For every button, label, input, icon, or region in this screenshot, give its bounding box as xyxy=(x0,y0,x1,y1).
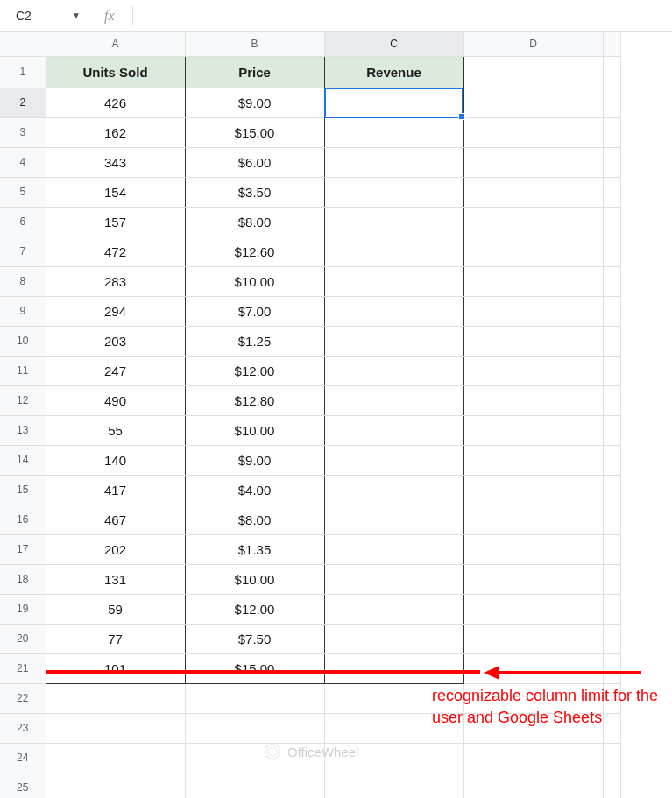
cell[interactable] xyxy=(463,415,603,445)
cell[interactable] xyxy=(46,773,185,798)
cell[interactable] xyxy=(324,534,463,564)
cell[interactable] xyxy=(603,266,620,296)
row-header[interactable]: 16 xyxy=(0,505,46,534)
cell[interactable] xyxy=(463,237,603,266)
cell[interactable] xyxy=(463,505,603,534)
cell[interactable] xyxy=(324,356,463,385)
cell[interactable]: 59 xyxy=(46,594,185,624)
cell-b1[interactable]: Price xyxy=(185,56,324,88)
row-header[interactable]: 8 xyxy=(0,266,46,296)
cell[interactable]: $7.00 xyxy=(185,296,324,326)
cell[interactable] xyxy=(603,445,620,475)
cell[interactable] xyxy=(463,594,603,624)
cell[interactable]: 472 xyxy=(46,237,185,266)
cell[interactable] xyxy=(603,237,620,266)
col-header-d[interactable]: D xyxy=(463,32,603,56)
cell[interactable]: 77 xyxy=(46,624,185,653)
row-header[interactable]: 15 xyxy=(0,475,46,505)
cell[interactable] xyxy=(603,356,620,385)
cell[interactable]: 101 xyxy=(46,653,185,683)
name-box[interactable]: C2 ▼ xyxy=(7,5,86,26)
cell[interactable]: $1.35 xyxy=(185,534,324,564)
cell[interactable] xyxy=(603,534,620,564)
row-header[interactable]: 12 xyxy=(0,385,46,415)
col-header-c[interactable]: C xyxy=(324,32,463,56)
row-header[interactable]: 21 xyxy=(0,653,46,683)
cell[interactable]: $6.00 xyxy=(185,147,324,177)
cell[interactable] xyxy=(603,88,620,117)
cell[interactable] xyxy=(463,117,603,147)
cell[interactable] xyxy=(603,147,620,177)
row-header[interactable]: 17 xyxy=(0,534,46,564)
row-header[interactable]: 2 xyxy=(0,88,46,117)
row-header[interactable]: 9 xyxy=(0,296,46,326)
cell[interactable]: 202 xyxy=(46,534,185,564)
col-header-a[interactable]: A xyxy=(46,32,185,56)
cell[interactable] xyxy=(324,624,463,653)
cell[interactable]: 162 xyxy=(46,117,185,147)
row-header[interactable]: 1 xyxy=(0,56,46,88)
cell[interactable]: 131 xyxy=(46,564,185,594)
cell[interactable] xyxy=(463,445,603,475)
row-header[interactable]: 22 xyxy=(0,683,46,713)
cell[interactable]: $12.00 xyxy=(185,356,324,385)
cell[interactable] xyxy=(463,564,603,594)
cell[interactable]: 55 xyxy=(46,415,185,445)
cell[interactable] xyxy=(324,505,463,534)
cell[interactable] xyxy=(324,475,463,505)
cell[interactable] xyxy=(603,743,620,773)
cell[interactable] xyxy=(324,326,463,356)
cell[interactable] xyxy=(324,177,463,207)
cell[interactable] xyxy=(324,653,463,683)
row-header[interactable]: 24 xyxy=(0,743,46,773)
cell[interactable] xyxy=(324,564,463,594)
col-header-b[interactable]: B xyxy=(185,32,324,56)
cell[interactable]: $10.00 xyxy=(185,564,324,594)
row-header[interactable]: 23 xyxy=(0,713,46,743)
cell[interactable] xyxy=(324,773,463,798)
cell-e1[interactable] xyxy=(603,56,620,88)
cell[interactable] xyxy=(463,475,603,505)
row-header[interactable]: 20 xyxy=(0,624,46,653)
cell[interactable] xyxy=(463,356,603,385)
cell[interactable] xyxy=(603,594,620,624)
cell[interactable]: $9.00 xyxy=(185,445,324,475)
cell[interactable]: 247 xyxy=(46,356,185,385)
cell[interactable] xyxy=(324,743,463,773)
cell[interactable] xyxy=(46,713,185,743)
cell[interactable] xyxy=(324,415,463,445)
cell[interactable] xyxy=(324,237,463,266)
select-all-corner[interactable] xyxy=(0,32,46,56)
cell[interactable] xyxy=(463,177,603,207)
cell[interactable]: 203 xyxy=(46,326,185,356)
cell[interactable] xyxy=(603,624,620,653)
cell[interactable]: $12.60 xyxy=(185,237,324,266)
cell[interactable] xyxy=(463,88,603,117)
cell[interactable] xyxy=(463,326,603,356)
col-header-e[interactable] xyxy=(603,32,620,56)
cell[interactable] xyxy=(185,743,324,773)
cell[interactable]: 283 xyxy=(46,266,185,296)
cell[interactable]: $12.80 xyxy=(185,385,324,415)
cell[interactable]: $10.00 xyxy=(185,415,324,445)
cell[interactable]: 490 xyxy=(46,385,185,415)
cell[interactable]: $10.00 xyxy=(185,266,324,296)
cell[interactable] xyxy=(603,326,620,356)
cell[interactable] xyxy=(603,564,620,594)
cell[interactable] xyxy=(603,415,620,445)
row-header[interactable]: 5 xyxy=(0,177,46,207)
cell[interactable] xyxy=(603,296,620,326)
cell[interactable] xyxy=(185,773,324,798)
cell[interactable] xyxy=(603,207,620,237)
cell[interactable] xyxy=(603,475,620,505)
cell[interactable]: $12.00 xyxy=(185,594,324,624)
cell[interactable] xyxy=(463,624,603,653)
cell[interactable] xyxy=(463,207,603,237)
cell-c1[interactable]: Revenue xyxy=(324,56,463,88)
cell[interactable]: 157 xyxy=(46,207,185,237)
cell[interactable] xyxy=(463,296,603,326)
cell[interactable] xyxy=(603,117,620,147)
row-header[interactable]: 14 xyxy=(0,445,46,475)
row-header[interactable]: 3 xyxy=(0,117,46,147)
cell[interactable]: $8.00 xyxy=(185,505,324,534)
